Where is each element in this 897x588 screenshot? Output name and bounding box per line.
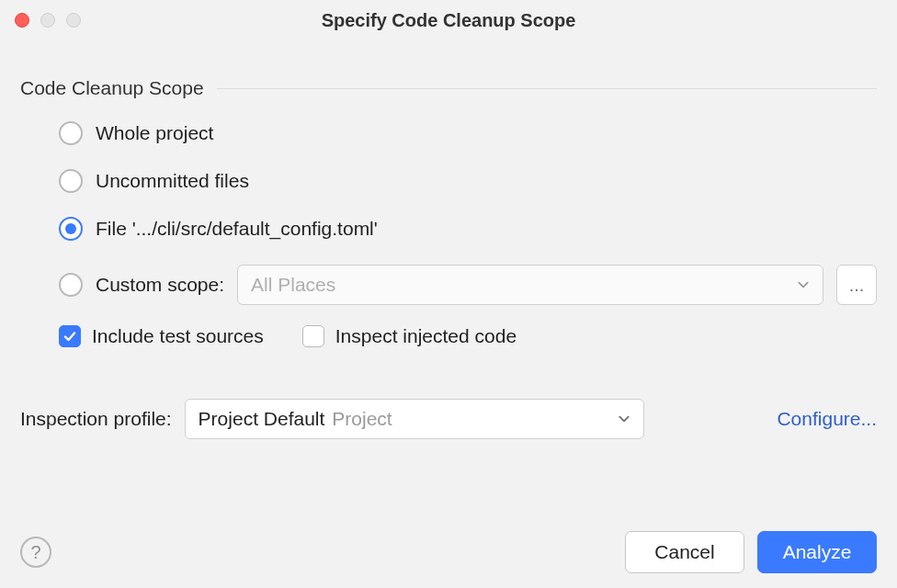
chevron-down-icon	[618, 408, 630, 430]
close-window-button[interactable]	[15, 13, 29, 28]
help-icon: ?	[30, 542, 40, 563]
include-tests-item[interactable]: Include test sources	[59, 325, 264, 347]
scope-file-row[interactable]: File '.../cli/src/default_config.toml'	[59, 217, 877, 241]
dialog-window: Specify Code Cleanup Scope Code Cleanup …	[0, 0, 897, 588]
inspect-injected-item[interactable]: Inspect injected code	[302, 325, 517, 347]
custom-scope-more-button[interactable]: ...	[836, 265, 877, 305]
radio-file[interactable]	[59, 217, 83, 241]
dialog-title: Specify Code Cleanup Scope	[0, 0, 897, 40]
inspection-profile-select[interactable]: Project Default Project	[185, 399, 644, 439]
radio-uncommitted-files[interactable]	[59, 169, 83, 193]
scope-options: Whole project Uncommitted files File '..…	[20, 121, 877, 347]
scope-whole-project-row[interactable]: Whole project	[59, 121, 877, 145]
cancel-button-label: Cancel	[654, 541, 714, 563]
include-tests-label: Include test sources	[92, 325, 264, 347]
window-controls	[15, 13, 81, 28]
scope-section-label: Code Cleanup Scope	[20, 77, 204, 99]
chevron-down-icon	[797, 274, 810, 296]
custom-scope-value: All Places	[251, 274, 335, 296]
scope-section-header: Code Cleanup Scope	[20, 77, 877, 99]
cancel-button[interactable]: Cancel	[625, 531, 744, 573]
inspection-profile-label: Inspection profile:	[20, 408, 172, 430]
include-tests-checkbox[interactable]	[59, 325, 81, 347]
scope-custom-row[interactable]: Custom scope: All Places ...	[59, 265, 877, 305]
inspection-profile-context: Project	[332, 408, 392, 430]
dialog-footer: ? Cancel Analyze	[20, 531, 877, 573]
custom-scope-select[interactable]: All Places	[237, 265, 823, 305]
help-button[interactable]: ?	[20, 537, 51, 568]
scope-whole-project-label: Whole project	[96, 122, 213, 144]
radio-whole-project[interactable]	[59, 121, 83, 145]
scope-custom-label: Custom scope:	[96, 274, 224, 296]
titlebar: Specify Code Cleanup Scope	[0, 0, 897, 40]
divider	[217, 88, 877, 89]
inspect-injected-label: Inspect injected code	[335, 325, 517, 347]
footer-buttons: Cancel Analyze	[625, 531, 877, 573]
inspection-profile-row: Inspection profile: Project Default Proj…	[20, 399, 877, 439]
scope-file-label: File '.../cli/src/default_config.toml'	[96, 218, 378, 240]
checkbox-row: Include test sources Inspect injected co…	[59, 325, 877, 347]
zoom-window-button[interactable]	[66, 13, 81, 28]
minimize-window-button[interactable]	[40, 13, 55, 28]
ellipsis-icon: ...	[849, 275, 865, 296]
configure-link[interactable]: Configure...	[751, 408, 877, 430]
analyze-button[interactable]: Analyze	[757, 531, 877, 573]
scope-uncommitted-label: Uncommitted files	[96, 170, 249, 192]
dialog-body: Code Cleanup Scope Whole project Uncommi…	[0, 40, 897, 439]
analyze-button-label: Analyze	[783, 541, 852, 563]
scope-uncommitted-row[interactable]: Uncommitted files	[59, 169, 877, 193]
inspect-injected-checkbox[interactable]	[302, 325, 324, 347]
inspection-profile-value: Project Default	[199, 408, 325, 430]
radio-custom-scope[interactable]	[59, 273, 83, 297]
